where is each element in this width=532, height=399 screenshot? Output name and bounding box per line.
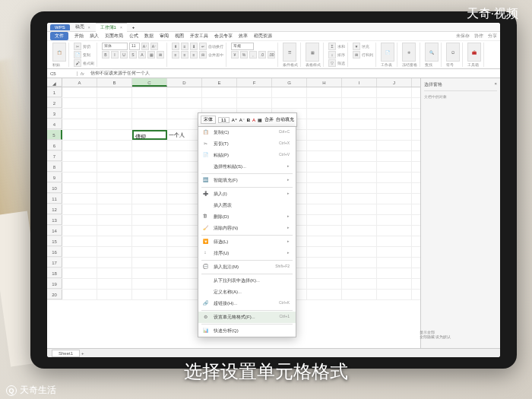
worksheet-button[interactable]: 📄 — [381, 43, 394, 62]
cell-A6[interactable] — [62, 141, 97, 150]
format-painter-button[interactable]: 🖌 — [74, 59, 81, 67]
mini-inc-icon[interactable]: A⁺ — [232, 117, 237, 122]
comma-button[interactable]: , — [249, 51, 257, 59]
cell-H8[interactable] — [307, 162, 342, 172]
col-g[interactable]: G — [272, 78, 307, 87]
fx-icon[interactable]: fx — [78, 71, 87, 76]
cell-H9[interactable] — [307, 173, 342, 182]
cell-H18[interactable] — [307, 268, 342, 278]
cell-I10[interactable] — [342, 183, 377, 193]
menu-data[interactable]: 数据 — [144, 33, 154, 40]
ctx-智能填充(F)[interactable]: 🔤智能填充(F)▸ — [198, 175, 296, 186]
currency-button[interactable]: ¥ — [231, 51, 239, 59]
col-e[interactable]: E — [202, 78, 237, 87]
cell-H10[interactable] — [307, 183, 342, 193]
row-header[interactable]: 8 — [47, 162, 62, 172]
cell-B8[interactable] — [97, 162, 132, 172]
sidepanel-hideall[interactable]: 全部隐藏 设为默认 — [420, 334, 496, 339]
cell-I2[interactable] — [342, 98, 377, 108]
cell-C5[interactable]: 信仰 — [132, 130, 167, 140]
cell-I17[interactable] — [342, 258, 377, 268]
align-bot-button[interactable]: ⬇ — [190, 43, 198, 50]
ctx-超链接(H)...[interactable]: 🔗超链接(H)...Ctrl+K — [198, 298, 296, 309]
menu-file[interactable]: 文件 — [50, 32, 68, 40]
ctx-快速分析(Q)[interactable]: 📊快速分析(Q) — [198, 325, 296, 337]
cell-C3[interactable] — [132, 109, 167, 119]
cell-J4[interactable] — [377, 119, 412, 129]
cell-I12[interactable] — [342, 204, 377, 214]
row-header[interactable]: 7 — [47, 151, 62, 161]
cell-H4[interactable] — [307, 119, 342, 129]
italic-button[interactable]: I — [111, 51, 119, 59]
cell-H19[interactable] — [307, 279, 342, 289]
row-header[interactable]: 5 — [47, 130, 62, 140]
cell-H1[interactable] — [307, 87, 342, 97]
cell-J7[interactable] — [377, 151, 412, 161]
cell-I15[interactable] — [342, 236, 377, 246]
ctx-从下拉列表中选择(K)...[interactable]: 从下拉列表中选择(K)... — [198, 275, 296, 287]
ctx-剪切(T)[interactable]: ✂剪切(T)Ctrl+X — [198, 138, 296, 150]
cell-I8[interactable] — [342, 162, 377, 172]
cell-J8[interactable] — [377, 162, 412, 172]
ctx-排序(U)[interactable]: ↕排序(U)▸ — [198, 248, 296, 259]
cell-I20[interactable] — [342, 290, 377, 299]
row-header[interactable]: 9 — [47, 173, 62, 182]
menu-layout[interactable]: 页面布局 — [105, 33, 123, 40]
align-center-button[interactable]: ≡ — [181, 51, 188, 59]
rowcol-button[interactable]: ⊞ — [353, 51, 360, 59]
cell-J17[interactable] — [377, 258, 412, 268]
ctx-插入批注(M)[interactable]: 💬插入批注(M)Shift+F2 — [198, 261, 296, 273]
cell-A1[interactable] — [62, 87, 97, 97]
cell-B13[interactable] — [97, 215, 132, 225]
cell-H20[interactable] — [307, 290, 342, 299]
border-button[interactable]: ⊞ — [157, 51, 164, 59]
cell-H11[interactable] — [307, 194, 342, 204]
row-header[interactable]: 16 — [47, 247, 62, 257]
filter-button[interactable]: ▽ — [328, 59, 336, 67]
cell-C10[interactable] — [132, 183, 167, 193]
cell-E2[interactable] — [202, 98, 237, 108]
cell-B1[interactable] — [97, 87, 132, 97]
sum-button[interactable]: Σ — [328, 43, 336, 50]
cell-H6[interactable] — [307, 141, 342, 150]
cell-G2[interactable] — [272, 98, 307, 108]
col-b[interactable]: B — [97, 78, 132, 87]
cell-D1[interactable] — [167, 87, 202, 97]
cell-I14[interactable] — [342, 226, 377, 236]
cell-J13[interactable] — [377, 215, 412, 225]
cell-B4[interactable] — [97, 119, 132, 129]
cell-H13[interactable] — [307, 215, 342, 225]
cell-A17[interactable] — [62, 258, 97, 268]
sheet-tab[interactable]: Sheet1 — [52, 350, 80, 357]
cell-A18[interactable] — [62, 268, 97, 278]
cell-A11[interactable] — [62, 194, 97, 204]
cell-I16[interactable] — [342, 247, 377, 257]
cell-B15[interactable] — [97, 236, 132, 246]
cell-J20[interactable] — [377, 290, 412, 299]
cell-C8[interactable] — [132, 162, 167, 172]
ctx-选择性粘贴(S)...[interactable]: 选择性粘贴(S)...▸ — [198, 161, 296, 173]
row-header[interactable]: 15 — [47, 236, 62, 246]
cell-G1[interactable] — [272, 87, 307, 97]
row-header[interactable]: 3 — [47, 109, 62, 119]
mini-fill[interactable]: ▦ — [258, 117, 262, 122]
tab-doc1[interactable]: 稿壳× — [71, 23, 95, 31]
ctx-设置单元格格式(F)...[interactable]: ⚙设置单元格格式(F)...Ctrl+1 — [198, 312, 296, 323]
cell-A13[interactable] — [62, 215, 97, 225]
share-button[interactable]: 分享 — [488, 33, 497, 40]
col-i[interactable]: I — [342, 78, 377, 87]
cell-B6[interactable] — [97, 141, 132, 150]
align-left-button[interactable]: ≡ — [172, 51, 179, 59]
cell-C14[interactable] — [132, 226, 167, 236]
cell-J3[interactable] — [377, 109, 412, 119]
cell-A4[interactable] — [62, 119, 97, 129]
row-header[interactable]: 10 — [47, 183, 62, 193]
cell-B10[interactable] — [97, 183, 132, 193]
cut-button[interactable]: ✂ — [74, 43, 81, 50]
mini-color[interactable]: A — [252, 118, 255, 122]
cell-J12[interactable] — [377, 204, 412, 214]
align-top-button[interactable]: ⬆ — [172, 43, 179, 50]
cell-B16[interactable] — [97, 247, 132, 257]
cell-J16[interactable] — [377, 247, 412, 257]
paste-button[interactable]: 📋 — [52, 43, 66, 62]
